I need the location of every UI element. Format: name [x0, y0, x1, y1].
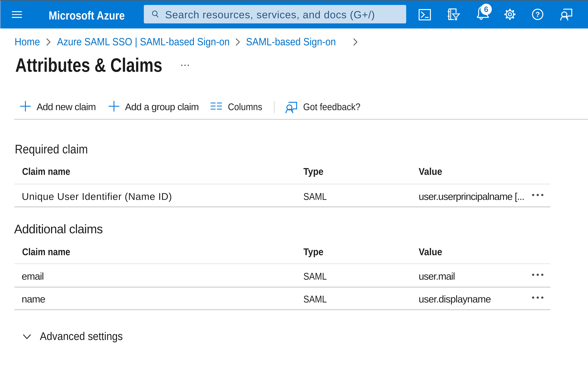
svg-text:6: 6 — [484, 5, 488, 14]
svg-text:?: ? — [536, 10, 540, 19]
